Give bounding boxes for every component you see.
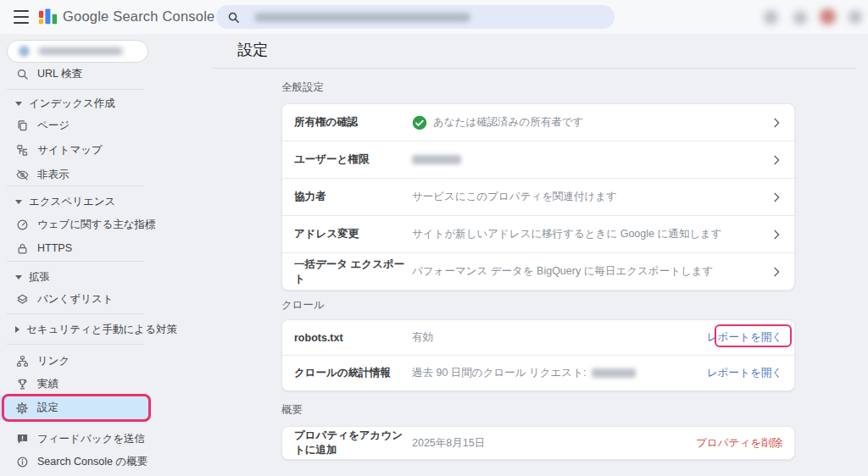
sidebar-item-core-web-vitals[interactable]: ウェブに関する主な指標 (0, 213, 151, 236)
sidebar-item-breadcrumbs[interactable]: パンくずリスト (0, 287, 151, 311)
verified-check-icon (412, 115, 427, 130)
sidebar-item-links[interactable]: リンク (0, 349, 151, 373)
remove-property-link[interactable]: プロパティを削除 (696, 436, 784, 451)
redacted-value (592, 368, 636, 378)
row-label: robots.txt (294, 332, 412, 344)
sidebar-item-label: ページ (37, 119, 70, 133)
sidebar-divider (7, 261, 144, 262)
chevron-right-icon (15, 326, 19, 333)
row-value-text: パフォーマンス データを BigQuery に毎日エクスポートします (412, 264, 713, 279)
sidebar-divider (7, 313, 144, 314)
gauge-icon (15, 218, 29, 231)
lock-icon (15, 241, 29, 255)
property-selector[interactable] (7, 40, 148, 63)
sidebar-section-enhancements[interactable]: 拡張 (0, 266, 151, 288)
search-console-logo-icon (38, 7, 58, 26)
trophy-icon (15, 377, 29, 390)
section-header-about: 概要 (281, 403, 303, 418)
sidebar-item-label: サイトマップ (37, 143, 103, 158)
sidebar-item-label: HTTPS (37, 242, 72, 254)
sitemap-icon (15, 143, 29, 157)
sidebar-item-label: 非表示 (37, 168, 70, 182)
chevron-right-icon (769, 116, 784, 130)
row-associations[interactable]: 協力者 サービスにこのプロパティを関連付けます (282, 179, 794, 216)
app-title: Google Search Console (63, 8, 214, 25)
feedback-icon (15, 432, 29, 446)
sidebar-divider (7, 344, 144, 345)
blurred-toolbar-icon[interactable] (793, 11, 807, 25)
sidebar-item-about[interactable]: Search Console の概要 (0, 450, 151, 473)
row-label: ユーザーと権限 (294, 152, 412, 167)
row-change-of-address[interactable]: アドレス変更 サイトが新しいアドレスに移行するときに Google に通知します (282, 216, 794, 253)
row-label: アドレス変更 (294, 227, 412, 241)
row-value-text: サービスにこのプロパティを関連付けます (412, 190, 617, 204)
sidebar-item-label: URL 検査 (37, 67, 82, 81)
section-header-general: 全般設定 (281, 80, 324, 95)
title-divider (212, 68, 856, 69)
sidebar-divider (7, 89, 144, 90)
blurred-toolbar-icon[interactable] (764, 10, 778, 25)
sidebar-section-label: エクスペリエンス (29, 195, 115, 209)
sidebar-section-label: インデックス作成 (29, 97, 115, 111)
row-label: クロールの統計情報 (294, 366, 412, 380)
sidebar-section-label: 拡張 (29, 270, 50, 285)
sidebar-item-sitemaps[interactable]: サイトマップ (0, 138, 151, 162)
eye-off-icon (15, 168, 29, 181)
row-value-text: 過去 90 日間のクロール リクエスト: (412, 366, 586, 380)
chevron-right-icon (769, 153, 784, 167)
row-bulk-data-export[interactable]: 一括データ エクスポート パフォーマンス データを BigQuery に毎日エク… (282, 253, 794, 290)
links-icon (15, 354, 29, 368)
sidebar-item-achievements[interactable]: 実績 (0, 372, 151, 396)
sidebar-section-security[interactable]: セキュリティと手動による対策 (0, 318, 151, 340)
open-report-link[interactable]: レポートを開く (707, 366, 784, 380)
general-settings-card: 所有権の確認 あなたは確認済みの所有者です ユーザーと権限 協力者 サービスにこ… (281, 103, 795, 291)
topbar-search[interactable] (216, 5, 615, 29)
blurred-property-icon (19, 46, 30, 57)
row-value-text: サイトが新しいアドレスに移行するときに Google に通知します (412, 227, 722, 241)
row-property-added[interactable]: プロパティをアカウントに追加 2025年8月15日 プロパティを削除 (282, 427, 794, 459)
sidebar-item-settings[interactable]: 設定 (0, 396, 151, 420)
sidebar-item-send-feedback[interactable]: フィードバックを送信 (0, 427, 151, 451)
topbar: Google Search Console (0, 0, 868, 34)
chevron-right-icon (769, 191, 784, 204)
chevron-down-icon (15, 102, 22, 106)
search-icon (15, 67, 29, 80)
sidebar-item-https[interactable]: HTTPS (0, 236, 151, 260)
about-card: プロパティをアカウントに追加 2025年8月15日 プロパティを削除 (281, 426, 795, 460)
row-crawl-stats[interactable]: クロールの統計情報 過去 90 日間のクロール リクエスト: レポートを開く (282, 356, 794, 390)
row-users-permissions[interactable]: ユーザーと権限 (282, 141, 794, 179)
blurred-notification-icon[interactable] (820, 8, 836, 25)
sidebar-section-indexing[interactable]: インデックス作成 (0, 92, 151, 114)
row-value-text: 2025年8月15日 (412, 436, 485, 451)
search-icon (227, 11, 240, 24)
sidebar-item-label: ウェブに関する主な指標 (37, 218, 156, 232)
section-header-crawl: クロール (281, 298, 325, 313)
row-ownership-verification[interactable]: 所有権の確認 あなたは確認済みの所有者です (282, 104, 794, 141)
layers-icon (15, 292, 29, 306)
row-label: 協力者 (294, 190, 412, 204)
row-label: プロパティをアカウントに追加 (294, 429, 412, 457)
menu-icon[interactable] (14, 10, 29, 24)
open-report-link[interactable]: レポートを開く (707, 330, 784, 345)
sidebar-item-label: 設定 (37, 401, 58, 415)
sidebar-item-pages[interactable]: ページ (0, 113, 151, 137)
row-label: 一括データ エクスポート (294, 257, 412, 286)
sidebar-item-label: パンくずリスト (37, 292, 114, 307)
row-robots-txt[interactable]: robots.txt 有効 レポートを開く (282, 320, 794, 356)
blurred-avatar-icon[interactable] (849, 10, 862, 24)
chevron-right-icon (769, 265, 784, 279)
sidebar-section-experience[interactable]: エクスペリエンス (0, 191, 151, 213)
chevron-right-icon (769, 228, 784, 241)
redacted-property-name (38, 47, 123, 55)
redacted-search-query (254, 13, 470, 22)
sidebar-item-label: Search Console の概要 (37, 455, 147, 469)
row-value-text: 有効 (412, 330, 433, 345)
page-title: 設定 (237, 40, 268, 60)
redacted-value (412, 155, 461, 164)
crawl-card: robots.txt 有効 レポートを開く クロールの統計情報 過去 90 日間… (281, 319, 795, 391)
chevron-down-icon (15, 200, 22, 204)
sidebar-item-url-inspection[interactable]: URL 検査 (0, 62, 151, 86)
sidebar-item-removals[interactable]: 非表示 (0, 163, 151, 186)
chevron-down-icon (15, 275, 22, 280)
info-icon (15, 455, 29, 468)
